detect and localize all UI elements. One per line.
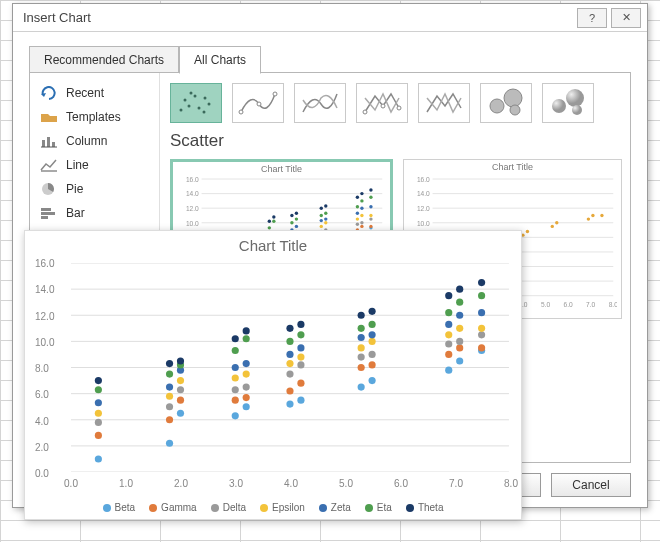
- svg-point-18: [239, 110, 243, 114]
- svg-point-133: [272, 215, 275, 218]
- svg-point-207: [297, 380, 304, 387]
- svg-text:5.0: 5.0: [541, 301, 550, 308]
- svg-point-261: [95, 377, 102, 384]
- svg-point-270: [445, 292, 452, 299]
- subtype-scatter[interactable]: [170, 83, 222, 123]
- category-label: Templates: [66, 110, 121, 124]
- category-bar[interactable]: Bar: [30, 201, 159, 225]
- svg-point-250: [166, 370, 173, 377]
- subtype-scatter-lines[interactable]: [418, 83, 470, 123]
- svg-point-260: [478, 292, 485, 299]
- subtype-bubble[interactable]: [480, 83, 532, 123]
- svg-point-22: [381, 104, 385, 108]
- legend-item: Zeta: [319, 502, 351, 513]
- svg-point-244: [358, 334, 365, 341]
- svg-point-201: [95, 432, 102, 439]
- svg-point-272: [478, 279, 485, 286]
- svg-point-257: [369, 321, 376, 328]
- tab-recommended-charts[interactable]: Recommended Charts: [29, 46, 179, 74]
- svg-point-29: [572, 105, 582, 115]
- preview-title: Chart Title: [404, 160, 621, 172]
- subtype-scatter-smooth-markers[interactable]: [232, 83, 284, 123]
- svg-point-196: [358, 384, 365, 391]
- cancel-button[interactable]: Cancel: [551, 473, 631, 497]
- svg-point-92: [369, 217, 372, 220]
- dialog-tabs: Recommended Charts All Charts: [29, 46, 261, 74]
- dialog-titlebar: Insert Chart ? ✕: [13, 4, 647, 32]
- svg-point-266: [286, 325, 293, 332]
- svg-point-222: [445, 340, 452, 347]
- chart-type-heading: Scatter: [170, 131, 224, 151]
- svg-point-203: [177, 397, 184, 404]
- svg-point-215: [177, 386, 184, 393]
- svg-point-113: [324, 217, 327, 220]
- category-templates[interactable]: Templates: [30, 105, 159, 129]
- category-line[interactable]: Line: [30, 153, 159, 177]
- svg-point-125: [324, 212, 327, 215]
- svg-point-263: [177, 357, 184, 364]
- svg-point-25: [504, 89, 522, 107]
- svg-text:8.0: 8.0: [609, 301, 617, 308]
- svg-point-123: [295, 217, 298, 220]
- svg-point-114: [356, 212, 359, 215]
- svg-point-238: [166, 384, 173, 391]
- svg-point-262: [166, 360, 173, 367]
- category-label: Bar: [66, 206, 85, 220]
- svg-point-254: [286, 338, 293, 345]
- templates-icon: [40, 110, 58, 124]
- svg-point-231: [297, 353, 304, 360]
- close-button[interactable]: ✕: [611, 8, 641, 28]
- svg-text:14.0: 14.0: [417, 190, 430, 197]
- svg-point-127: [360, 199, 363, 202]
- svg-text:12.0: 12.0: [417, 205, 430, 212]
- category-label: Pie: [66, 182, 83, 196]
- category-recent[interactable]: Recent: [30, 81, 159, 105]
- svg-point-218: [286, 370, 293, 377]
- svg-point-140: [369, 188, 372, 191]
- dialog-title: Insert Chart: [23, 10, 91, 25]
- help-button[interactable]: ?: [577, 8, 607, 28]
- svg-point-247: [456, 312, 463, 319]
- svg-point-195: [297, 397, 304, 404]
- svg-point-101: [324, 221, 327, 224]
- category-pie[interactable]: Pie: [30, 177, 159, 201]
- category-column[interactable]: Column: [30, 129, 159, 153]
- subtype-scatter-lines-markers[interactable]: [356, 83, 408, 123]
- svg-point-132: [268, 220, 271, 223]
- svg-point-112: [320, 219, 323, 222]
- tab-all-charts[interactable]: All Charts: [179, 46, 261, 74]
- preview-title: Chart Title: [173, 162, 390, 174]
- svg-text:10.0: 10.0: [417, 220, 430, 227]
- category-label: Recent: [66, 86, 104, 100]
- legend-item: Gamma: [149, 502, 197, 513]
- svg-point-267: [297, 321, 304, 328]
- svg-point-236: [478, 325, 485, 332]
- svg-point-228: [232, 374, 239, 381]
- svg-point-14: [204, 97, 207, 100]
- svg-point-268: [358, 312, 365, 319]
- subtype-bubble-3d[interactable]: [542, 83, 594, 123]
- svg-point-178: [591, 214, 594, 217]
- svg-point-206: [286, 387, 293, 394]
- svg-point-248: [478, 309, 485, 316]
- svg-point-221: [369, 351, 376, 358]
- svg-point-205: [243, 394, 250, 401]
- svg-point-240: [232, 364, 239, 371]
- svg-point-13: [198, 107, 201, 110]
- bar-icon: [40, 206, 58, 220]
- svg-point-135: [295, 212, 298, 215]
- svg-point-11: [188, 105, 191, 108]
- svg-point-225: [95, 410, 102, 417]
- svg-point-265: [243, 327, 250, 334]
- svg-rect-6: [41, 208, 51, 211]
- svg-point-26: [510, 105, 520, 115]
- svg-point-27: [552, 99, 566, 113]
- svg-point-223: [456, 338, 463, 345]
- svg-rect-1: [47, 137, 50, 147]
- svg-point-175: [551, 225, 554, 228]
- svg-point-217: [243, 384, 250, 391]
- subtype-scatter-smooth[interactable]: [294, 83, 346, 123]
- svg-text:14.0: 14.0: [186, 190, 199, 197]
- svg-point-249: [95, 386, 102, 393]
- svg-point-198: [445, 367, 452, 374]
